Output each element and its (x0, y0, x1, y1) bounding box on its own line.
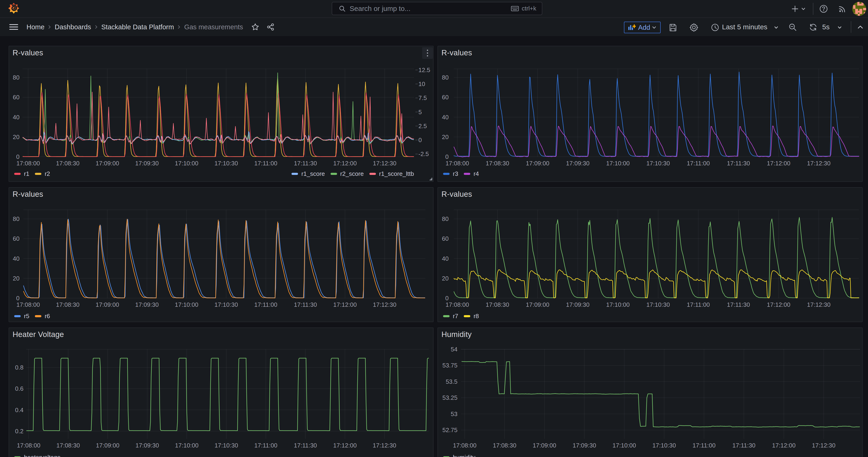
svg-text:17:09:00: 17:09:00 (96, 442, 120, 449)
svg-text:17:09:00: 17:09:00 (96, 160, 119, 167)
svg-text:0: 0 (16, 153, 20, 160)
svg-text:0.6: 0.6 (15, 385, 24, 392)
svg-text:17:11:30: 17:11:30 (294, 301, 317, 308)
svg-text:10: 10 (418, 81, 425, 87)
svg-text:17:10:00: 17:10:00 (175, 160, 198, 167)
svg-text:17:11:00: 17:11:00 (692, 442, 715, 449)
svg-text:17:12:30: 17:12:30 (373, 160, 396, 167)
svg-text:17:11:30: 17:11:30 (733, 442, 755, 449)
svg-text:80: 80 (13, 215, 20, 222)
svg-text:17:12:00: 17:12:00 (767, 301, 790, 308)
svg-text:17:09:30: 17:09:30 (566, 160, 590, 167)
svg-text:17:09:30: 17:09:30 (135, 442, 159, 449)
svg-text:17:11:00: 17:11:00 (254, 160, 277, 167)
svg-text:54: 54 (451, 346, 458, 353)
svg-text:17:08:00: 17:08:00 (453, 442, 476, 449)
svg-text:17:08:30: 17:08:30 (56, 442, 80, 449)
svg-text:17:12:30: 17:12:30 (373, 442, 396, 449)
svg-text:17:11:30: 17:11:30 (727, 160, 750, 167)
svg-text:17:10:30: 17:10:30 (652, 442, 676, 449)
svg-text:17:10:30: 17:10:30 (214, 301, 238, 308)
svg-text:17:12:30: 17:12:30 (807, 160, 831, 167)
svg-text:17:09:00: 17:09:00 (96, 301, 119, 308)
svg-text:17:11:30: 17:11:30 (294, 160, 317, 167)
svg-text:80: 80 (13, 74, 20, 81)
svg-text:17:08:00: 17:08:00 (16, 301, 40, 308)
svg-text:40: 40 (442, 255, 448, 262)
svg-text:53.5: 53.5 (445, 378, 458, 385)
svg-text:17:09:30: 17:09:30 (572, 442, 596, 449)
svg-text:53: 53 (451, 410, 458, 418)
svg-text:20: 20 (13, 275, 20, 282)
svg-text:20: 20 (13, 133, 20, 141)
svg-text:17:09:30: 17:09:30 (135, 160, 159, 167)
svg-text:17:11:00: 17:11:00 (254, 301, 277, 308)
svg-text:17:09:00: 17:09:00 (526, 160, 549, 167)
svg-text:17:12:00: 17:12:00 (772, 442, 796, 449)
svg-text:0: 0 (418, 136, 422, 144)
svg-text:17:11:30: 17:11:30 (294, 442, 317, 449)
svg-text:17:09:30: 17:09:30 (566, 301, 590, 308)
svg-text:17:10:00: 17:10:00 (175, 301, 198, 308)
svg-text:17:10:30: 17:10:30 (646, 160, 670, 167)
svg-text:53.75: 53.75 (442, 362, 458, 369)
svg-text:40: 40 (13, 255, 20, 262)
svg-text:17:10:30: 17:10:30 (215, 442, 238, 449)
svg-text:60: 60 (442, 94, 448, 101)
svg-text:0.8: 0.8 (15, 364, 24, 371)
svg-text:17:11:30: 17:11:30 (727, 301, 750, 308)
svg-text:40: 40 (13, 114, 20, 121)
svg-text:17:11:00: 17:11:00 (687, 301, 710, 308)
svg-text:0: 0 (445, 295, 448, 302)
svg-text:17:12:00: 17:12:00 (333, 160, 357, 167)
svg-text:60: 60 (13, 94, 20, 101)
svg-text:17:12:00: 17:12:00 (333, 301, 357, 308)
svg-text:17:10:00: 17:10:00 (606, 301, 630, 308)
svg-text:17:08:30: 17:08:30 (486, 301, 509, 308)
svg-text:17:10:00: 17:10:00 (613, 442, 636, 449)
svg-text:5: 5 (418, 109, 422, 116)
svg-text:17:12:00: 17:12:00 (333, 442, 356, 449)
svg-text:17:10:30: 17:10:30 (214, 160, 238, 167)
svg-text:0: 0 (16, 295, 20, 302)
svg-text:0: 0 (445, 153, 448, 160)
svg-text:17:08:00: 17:08:00 (445, 160, 469, 167)
svg-text:12.5: 12.5 (418, 66, 430, 73)
svg-text:17:12:30: 17:12:30 (807, 301, 831, 308)
svg-text:40: 40 (442, 114, 448, 121)
svg-text:17:11:00: 17:11:00 (687, 160, 710, 167)
svg-text:17:09:00: 17:09:00 (526, 301, 549, 308)
svg-text:17:12:30: 17:12:30 (812, 442, 835, 449)
svg-text:17:08:00: 17:08:00 (17, 442, 40, 449)
svg-text:17:12:00: 17:12:00 (767, 160, 790, 167)
svg-text:52.75: 52.75 (442, 427, 458, 433)
svg-text:60: 60 (442, 235, 448, 242)
svg-text:80: 80 (442, 215, 448, 222)
svg-text:17:12:30: 17:12:30 (373, 301, 396, 308)
svg-text:-2.5: -2.5 (418, 150, 429, 157)
svg-text:17:08:30: 17:08:30 (56, 160, 80, 167)
svg-text:17:08:00: 17:08:00 (16, 160, 40, 167)
svg-text:17:10:00: 17:10:00 (175, 442, 198, 449)
svg-text:17:11:00: 17:11:00 (254, 442, 277, 449)
svg-text:17:09:30: 17:09:30 (135, 301, 159, 308)
svg-text:17:10:30: 17:10:30 (646, 301, 670, 308)
svg-text:20: 20 (442, 275, 448, 282)
svg-text:7.5: 7.5 (418, 94, 427, 101)
svg-text:17:08:30: 17:08:30 (493, 442, 516, 449)
svg-text:0.2: 0.2 (15, 428, 24, 435)
svg-text:80: 80 (442, 74, 448, 81)
svg-text:20: 20 (442, 133, 448, 141)
svg-text:2.5: 2.5 (418, 123, 427, 129)
svg-text:53.25: 53.25 (442, 394, 458, 401)
svg-text:60: 60 (13, 235, 20, 242)
svg-text:17:08:30: 17:08:30 (56, 301, 80, 308)
svg-text:17:08:30: 17:08:30 (486, 160, 509, 167)
svg-text:0.4: 0.4 (15, 406, 24, 414)
svg-text:17:09:00: 17:09:00 (533, 442, 556, 449)
svg-text:17:10:00: 17:10:00 (606, 160, 630, 167)
svg-text:17:08:00: 17:08:00 (445, 301, 469, 308)
